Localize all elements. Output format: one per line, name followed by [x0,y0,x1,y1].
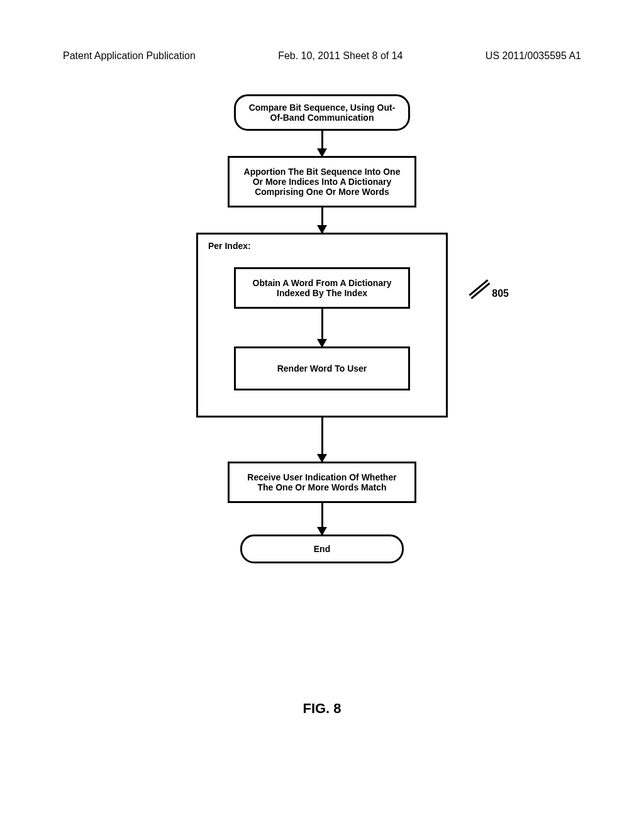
arrow [321,418,323,462]
header-publication: Patent Application Publication [63,50,196,62]
step-obtain-word: Obtain A Word From A Dictionary Indexed … [234,267,410,309]
header-patent-number: US 2011/0035595 A1 [486,50,581,62]
flowchart: Compare Bit Sequence, Using Out-Of-Band … [0,94,644,563]
loop-per-index: Per Index: 805 Obtain A Word From A Dict… [196,233,448,418]
step-render-word: Render Word To User [234,346,410,390]
step-receive-indication: Receive User Indication Of Whether The O… [228,462,416,503]
start-terminator: Compare Bit Sequence, Using Out-Of-Band … [234,94,410,131]
figure-label: FIG. 8 [0,700,644,717]
header-date-sheet: Feb. 10, 2011 Sheet 8 of 14 [278,50,402,62]
page-header: Patent Application Publication Feb. 10, … [0,50,644,62]
loop-label: Per Index: [208,241,436,251]
arrow [321,131,323,156]
end-terminator: End [240,534,404,563]
arrow [321,503,323,534]
arrow [321,208,323,233]
arrow [321,309,323,346]
ref-805: 805 [492,288,509,299]
step-apportion: Apportion The Bit Sequence Into One Or M… [228,156,416,208]
